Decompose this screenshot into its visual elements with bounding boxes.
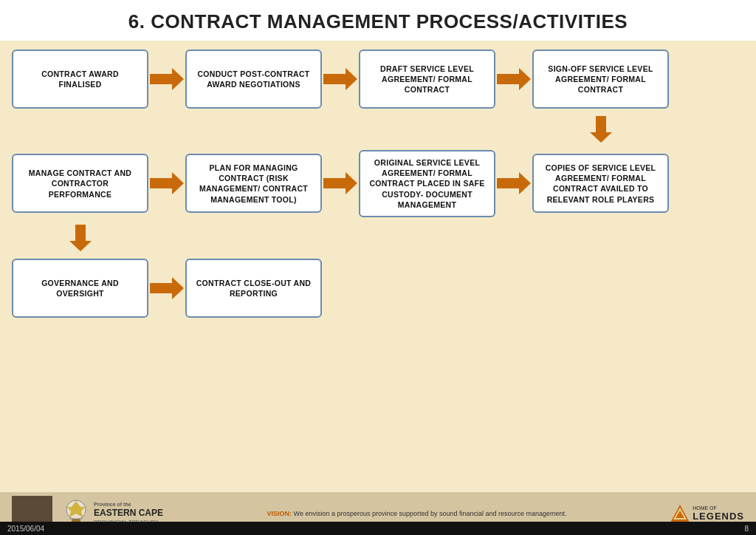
svg-marker-5 — [323, 172, 357, 194]
svg-marker-7 — [69, 225, 92, 251]
svg-marker-1 — [323, 68, 357, 90]
svg-marker-8 — [150, 277, 184, 299]
footer-page-number: 8 — [744, 525, 749, 533]
main-container: 6. CONTRACT MANAGEMENT PROCESS/ACTIVITIE… — [0, 0, 756, 535]
box-original-sla: ORIGINAL SERVICE LEVEL AGREEMENT/ FORMAL… — [359, 150, 495, 217]
footer-bottom-bar: 2015/06/04 8 — [0, 522, 756, 535]
arrow-v-col1-down — [12, 225, 148, 251]
arrow-1-3 — [495, 64, 532, 94]
arrow-2-2 — [322, 168, 359, 198]
arrow-3-1 — [148, 273, 185, 303]
box-post-contract: CONDUCT POST-CONTRACT AWARD NEGOTIATIONS — [185, 50, 322, 109]
footer-vision: VISION: We envision a prosperous provinc… — [175, 510, 659, 517]
box-draft-sla: DRAFT SERVICE LEVEL AGREEMENT/ FORMAL CO… — [359, 50, 495, 109]
box-manage-contract: MANAGE CONTRACT AND CONTRACTOR PERFORMAN… — [12, 154, 148, 213]
flow-row-1: CONTRACT AWARD FINALISED CONDUCT POST-CO… — [12, 50, 744, 109]
svg-marker-3 — [590, 116, 612, 143]
box-copies-sla: COPIES OF SERVICE LEVEL AGREEMENT/ FORMA… — [532, 154, 669, 213]
arrow-1-2 — [322, 64, 359, 94]
box-signoff-sla: SIGN-OFF SERVICE LEVEL AGREEMENT/ FORMAL… — [532, 50, 669, 109]
svg-marker-2 — [497, 68, 531, 90]
arrow-row-2 — [12, 225, 744, 251]
legends-triangle-icon — [670, 505, 690, 522]
arrow-row-1 — [12, 116, 744, 143]
footer-date: 2015/06/04 — [7, 525, 44, 533]
footer-legends: HOME OF LEGENDS — [670, 505, 744, 522]
flow-row-2: MANAGE CONTRACT AND CONTRACTOR PERFORMAN… — [12, 150, 744, 217]
flow-row-3: GOVERNANCE AND OVERSIGHT CONTRACT CLOSE-… — [12, 259, 744, 318]
svg-marker-4 — [150, 172, 184, 194]
content-area: CONTRACT AWARD FINALISED CONDUCT POST-CO… — [0, 41, 756, 492]
box-closeout: CONTRACT CLOSE-OUT AND REPORTING — [185, 259, 322, 318]
box-governance: GOVERNANCE AND OVERSIGHT — [12, 259, 148, 318]
arrow-1-1 — [148, 64, 185, 94]
svg-marker-6 — [497, 172, 531, 194]
box-plan-managing: PLAN FOR MANAGING CONTRACT (RISK MANAGEM… — [185, 154, 322, 213]
svg-marker-0 — [150, 68, 184, 90]
footer: Province of the EASTERN CAPE PROVINCIAL … — [0, 492, 756, 535]
page-title: 6. CONTRACT MANAGEMENT PROCESS/ACTIVITIE… — [15, 10, 741, 33]
arrow-2-3 — [495, 168, 532, 198]
arrow-2-1 — [148, 168, 185, 198]
arrow-v-col4-down — [532, 116, 669, 143]
title-area: 6. CONTRACT MANAGEMENT PROCESS/ACTIVITIE… — [0, 0, 756, 41]
box-contract-award: CONTRACT AWARD FINALISED — [12, 50, 148, 109]
